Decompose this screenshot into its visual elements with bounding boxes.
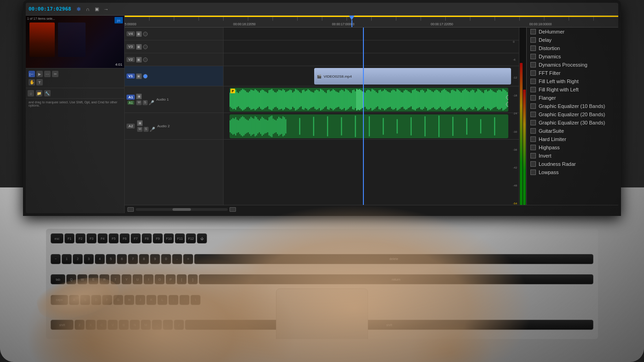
effect-item-15[interactable]: Invert [527, 152, 618, 160]
effect-checkbox-1[interactable] [530, 37, 536, 43]
track-v3-eye-icon[interactable] [143, 45, 148, 49]
key-l[interactable]: L [157, 295, 167, 305]
effect-checkbox-12[interactable] [530, 128, 536, 134]
tool-in-out-icon[interactable]: |← [29, 71, 35, 77]
timeline-scrollbar[interactable] [136, 208, 228, 211]
key-minus[interactable]: - [172, 254, 182, 264]
track-a1-mic-icon[interactable]: 🎤 [149, 100, 154, 105]
key-f8[interactable]: F8 [142, 233, 152, 243]
track-label-a1-outer[interactable]: A1 [126, 95, 135, 100]
key-j[interactable]: J [135, 295, 145, 305]
effect-checkbox-17[interactable] [530, 170, 536, 175]
audio-clip-a1[interactable]: P [230, 88, 508, 112]
folder-tool-icon[interactable]: 📁 [36, 90, 42, 96]
key-bracket-open[interactable]: [ [177, 274, 187, 284]
trackpad[interactable] [276, 288, 368, 339]
track-v3-monitor-icon[interactable]: ▣ [136, 44, 142, 50]
track-label-v2[interactable]: V2 [126, 57, 135, 62]
effect-checkbox-5[interactable] [530, 70, 536, 76]
effect-item-13[interactable]: Hard Limiter [527, 135, 618, 143]
key-f[interactable]: F [102, 295, 112, 305]
track-v4-eye-icon[interactable] [143, 32, 148, 36]
arrow-right-icon[interactable]: → [103, 6, 110, 13]
key-period[interactable]: . [163, 320, 173, 330]
tool-ripple-icon[interactable]: ⋯ [44, 71, 51, 77]
track-a1-m-btn[interactable]: M [136, 100, 142, 105]
effect-item-1[interactable]: Delay [527, 36, 618, 44]
timeline-scroll-right[interactable] [230, 207, 236, 212]
key-esc[interactable]: esc [51, 233, 63, 243]
key-0[interactable]: 0 [161, 254, 171, 264]
track-label-v3[interactable]: V3 [126, 44, 135, 49]
key-u[interactable]: U [132, 274, 143, 284]
audio-clip-a2[interactable] [230, 114, 508, 138]
track-v1-monitor-icon[interactable]: ▣ [136, 74, 142, 79]
key-q[interactable]: Q [66, 274, 76, 284]
effect-item-2[interactable]: Distortion [527, 44, 618, 52]
tool-track-select-icon[interactable]: ▶ [36, 71, 43, 77]
effect-item-10[interactable]: Graphic Equalizer (20 Bands) [527, 110, 618, 119]
key-g[interactable]: G [113, 295, 123, 305]
key-delete[interactable]: delete [194, 254, 593, 264]
filmstrip-icon[interactable]: ▣ [93, 6, 101, 13]
key-f5[interactable]: F5 [109, 233, 119, 243]
key-w[interactable]: W [77, 274, 87, 284]
key-f2[interactable]: F2 [75, 233, 86, 243]
key-z[interactable]: Z [75, 320, 85, 330]
track-a2-m-btn[interactable]: M [137, 127, 143, 132]
key-slash[interactable]: / [174, 320, 184, 330]
key-o[interactable]: O [155, 274, 165, 284]
key-f7[interactable]: F7 [131, 233, 141, 243]
effect-checkbox-6[interactable] [530, 79, 536, 84]
key-k[interactable]: K [146, 295, 156, 305]
track-v2-eye-icon[interactable] [143, 57, 148, 62]
track-label-v4[interactable]: V4 [126, 31, 135, 36]
key-8[interactable]: 8 [139, 254, 149, 264]
key-comma[interactable]: , [152, 320, 162, 330]
effect-checkbox-2[interactable] [530, 45, 536, 51]
effect-item-7[interactable]: Fill Right with Left [527, 85, 618, 94]
key-caps[interactable]: caps [51, 295, 68, 305]
key-x[interactable]: X [86, 320, 96, 330]
wrench-tool-icon[interactable]: 🔧 [44, 90, 51, 96]
key-tilde[interactable]: ~ [51, 254, 61, 264]
key-b[interactable]: B [119, 320, 129, 330]
effect-item-0[interactable]: DeHummer [527, 28, 618, 36]
track-a2-monitor-icon[interactable]: ▣ [137, 120, 143, 126]
tool-type-icon[interactable]: T [36, 79, 43, 85]
key-s[interactable]: S [80, 295, 90, 305]
key-semicolon[interactable]: ; [168, 295, 178, 305]
effect-checkbox-8[interactable] [530, 95, 536, 101]
effect-item-11[interactable]: Graphic Equalizer (30 Bands) [527, 119, 618, 127]
key-f10[interactable]: F10 [164, 233, 174, 243]
effect-checkbox-16[interactable] [530, 161, 536, 167]
effect-item-16[interactable]: Loudness Radar [527, 160, 618, 168]
effect-item-9[interactable]: Graphic Equalizer (10 Bands) [527, 102, 618, 110]
key-f9[interactable]: F9 [153, 233, 163, 243]
key-h[interactable]: H [124, 295, 134, 305]
track-label-a2-outer[interactable]: A2 [126, 124, 135, 129]
key-v[interactable]: V [108, 320, 118, 330]
effect-checkbox-13[interactable] [530, 136, 536, 142]
key-4[interactable]: 4 [95, 254, 105, 264]
key-p[interactable]: P [166, 274, 176, 284]
key-f4[interactable]: F4 [98, 233, 108, 243]
key-f12[interactable]: F12 [186, 233, 196, 243]
curve-icon[interactable]: ∩ [84, 6, 92, 13]
effect-checkbox-9[interactable] [530, 103, 536, 109]
key-n[interactable]: N [130, 320, 140, 330]
track-v2-monitor-icon[interactable]: ▣ [136, 57, 142, 62]
key-quote[interactable]: ' [179, 295, 190, 305]
track-v1-eye-icon[interactable] [143, 74, 148, 79]
effect-item-3[interactable]: Dynamics [527, 52, 618, 61]
key-backslash[interactable]: \ [190, 295, 201, 305]
key-shift-left[interactable]: shift [51, 320, 74, 330]
key-3[interactable]: 3 [84, 254, 94, 264]
effect-checkbox-11[interactable] [530, 120, 536, 125]
effect-item-5[interactable]: FFT Filter [527, 69, 618, 77]
key-bracket-close[interactable]: ] [188, 274, 198, 284]
key-1[interactable]: 1 [62, 254, 72, 264]
effect-checkbox-10[interactable] [530, 112, 536, 117]
key-return[interactable]: return [199, 274, 593, 284]
search-tool-icon[interactable]: ⌕ [28, 90, 34, 96]
